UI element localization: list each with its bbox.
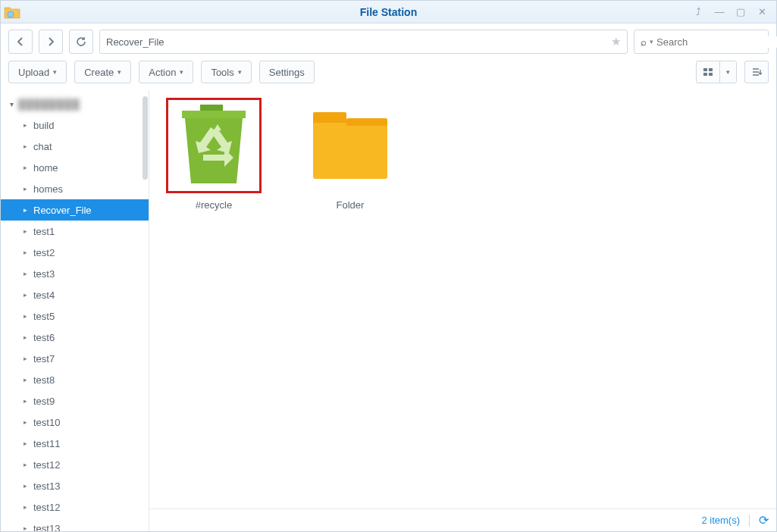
create-button[interactable]: Create▾ — [74, 61, 131, 83]
sidebar-item-label: test2 — [33, 247, 55, 258]
sidebar-item-homes[interactable]: ▸homes — [1, 178, 149, 199]
sidebar-item-label: test10 — [33, 417, 60, 428]
sidebar-item-test12[interactable]: ▸test12 — [1, 496, 149, 518]
sidebar-scrollbar[interactable] — [143, 96, 148, 180]
chevron-right-icon: ▸ — [23, 440, 27, 447]
chevron-right-icon: ▸ — [23, 227, 27, 235]
sidebar-item-test9[interactable]: ▸test9 — [1, 390, 149, 412]
path-field[interactable]: ★ — [99, 30, 628, 54]
view-group: ▾ — [696, 61, 737, 83]
thumbnail-grid: #recycleFolder — [149, 90, 776, 509]
sidebar-item-build[interactable]: ▸build — [1, 114, 149, 136]
path-input[interactable] — [106, 36, 608, 48]
star-icon[interactable]: ★ — [608, 35, 621, 49]
maximize-icon[interactable]: ▢ — [734, 6, 747, 17]
sidebar-item-test13[interactable]: ▸test13 — [1, 518, 149, 531]
sidebar-item-recover_file[interactable]: ▸Recover_File — [1, 199, 149, 221]
chevron-right-icon: ▸ — [23, 355, 27, 362]
chevron-right-icon: ▸ — [23, 291, 27, 299]
sort-button[interactable] — [744, 61, 769, 83]
chevron-right-icon: ▸ — [23, 482, 27, 490]
divider — [749, 515, 750, 527]
sidebar-item-label: test12 — [33, 459, 60, 471]
chevron-right-icon: ▸ — [23, 121, 27, 129]
pin-icon[interactable]: ⤴ — [691, 6, 705, 17]
chevron-right-icon: ▸ — [23, 503, 27, 511]
chevron-right-icon: ▸ — [23, 270, 27, 277]
window-title: File Station — [1, 6, 776, 18]
file-item-folder[interactable]: Folder — [301, 98, 399, 211]
sidebar-item-test8[interactable]: ▸test8 — [1, 369, 149, 390]
chevron-right-icon: ▸ — [23, 185, 27, 192]
sidebar-item-label: test6 — [33, 332, 55, 343]
sidebar-item-test10[interactable]: ▸test10 — [1, 412, 149, 433]
sidebar-item-label: test9 — [33, 396, 55, 407]
chevron-right-icon: ▸ — [23, 206, 27, 214]
svg-rect-8 — [313, 123, 387, 179]
action-button[interactable]: Action▾ — [139, 61, 193, 83]
tree-root[interactable]: ▾ ████████ — [1, 93, 149, 114]
svg-rect-3 — [703, 73, 707, 76]
chevron-right-icon: ▸ — [23, 524, 27, 531]
minimize-icon[interactable]: — — [713, 6, 726, 17]
sidebar-item-test5[interactable]: ▸test5 — [1, 305, 149, 327]
sidebar-item-test13[interactable]: ▸test13 — [1, 475, 149, 496]
search-input[interactable] — [656, 36, 777, 48]
svg-rect-1 — [703, 68, 707, 71]
sidebar-item-label: home — [33, 162, 58, 174]
recycle-bin-icon — [166, 98, 262, 193]
action-toolbar: Upload▾ Create▾ Action▾ Tools▾ Settings … — [1, 60, 776, 90]
chevron-right-icon: ▸ — [23, 376, 27, 383]
sidebar-item-label: test13 — [33, 480, 60, 492]
tools-button[interactable]: Tools▾ — [201, 61, 251, 83]
search-icon: ⌕ — [641, 36, 647, 48]
nav-toolbar: ★ ⌕ ▾ — [1, 23, 776, 60]
sidebar-item-label: test12 — [33, 502, 60, 513]
forward-button[interactable] — [39, 30, 63, 54]
window-controls: ⤴ — ▢ ✕ — [691, 6, 776, 17]
sidebar-item-label: test1 — [33, 226, 55, 237]
svg-rect-4 — [709, 73, 713, 76]
chevron-right-icon: ▸ — [23, 249, 27, 256]
search-box[interactable]: ⌕ ▾ — [634, 30, 769, 54]
chevron-down-icon: ▾ — [10, 100, 14, 108]
sidebar-item-test6[interactable]: ▸test6 — [1, 327, 149, 348]
sidebar-item-test11[interactable]: ▸test11 — [1, 433, 149, 454]
sidebar-item-test2[interactable]: ▸test2 — [1, 242, 149, 263]
view-thumbnails-button[interactable] — [696, 61, 720, 83]
settings-button[interactable]: Settings — [259, 61, 315, 83]
chevron-right-icon: ▸ — [23, 312, 27, 320]
refresh-button[interactable] — [69, 30, 93, 54]
sidebar-item-label: homes — [33, 183, 63, 195]
sidebar-item-label: test4 — [33, 289, 55, 301]
sidebar-item-label: build — [33, 120, 54, 131]
folder-icon — [302, 98, 398, 193]
sidebar: ▾ ████████ ▸build▸chat▸home▸homes▸Recove… — [1, 90, 149, 531]
sidebar-item-test12[interactable]: ▸test12 — [1, 454, 149, 475]
view-dropdown-button[interactable]: ▾ — [719, 61, 737, 83]
chevron-down-icon: ▾ — [647, 38, 656, 45]
sidebar-item-test7[interactable]: ▸test7 — [1, 348, 149, 369]
sidebar-item-home[interactable]: ▸home — [1, 157, 149, 178]
file-item-label: Folder — [301, 199, 399, 211]
upload-button[interactable]: Upload▾ — [8, 61, 67, 83]
close-icon[interactable]: ✕ — [755, 6, 769, 17]
sidebar-item-test4[interactable]: ▸test4 — [1, 284, 149, 305]
refresh-icon[interactable]: ⟳ — [759, 513, 769, 527]
chevron-right-icon: ▸ — [23, 142, 27, 150]
file-item-label: #recycle — [164, 199, 263, 211]
chevron-right-icon: ▸ — [23, 461, 27, 468]
sidebar-item-chat[interactable]: ▸chat — [1, 136, 149, 157]
svg-rect-9 — [346, 118, 387, 126]
sidebar-item-test1[interactable]: ▸test1 — [1, 221, 149, 242]
chevron-right-icon: ▸ — [23, 333, 27, 341]
chevron-right-icon: ▸ — [23, 418, 27, 426]
chevron-right-icon: ▸ — [23, 164, 27, 171]
statusbar: 2 item(s) ⟳ — [149, 509, 776, 531]
sidebar-item-label: test5 — [33, 311, 55, 322]
sidebar-item-label: test8 — [33, 374, 55, 386]
back-button[interactable] — [8, 30, 33, 54]
sidebar-item-test3[interactable]: ▸test3 — [1, 263, 149, 284]
chevron-right-icon: ▸ — [23, 397, 27, 405]
file-item-recycle[interactable]: #recycle — [164, 98, 263, 211]
